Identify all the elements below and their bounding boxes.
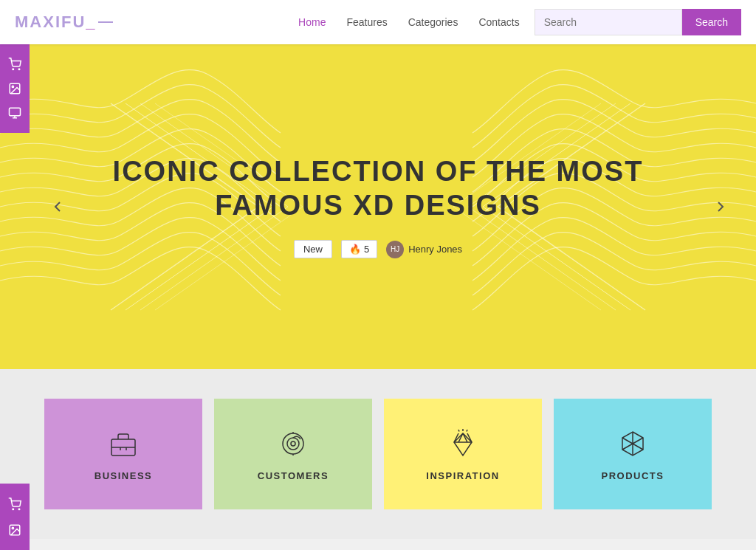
svg-line-34: [633, 444, 643, 450]
hero-prev-arrow[interactable]: [44, 193, 71, 220]
main-nav: Home Features Categories Contacts: [298, 16, 520, 28]
svg-line-31: [622, 438, 633, 444]
author-avatar: HJ: [386, 241, 404, 258]
left-sidebar-top: [0, 44, 30, 133]
header: MAXIFU_ Home Features Categories Contact…: [0, 0, 756, 44]
nav-categories[interactable]: Categories: [408, 16, 458, 28]
search-input[interactable]: [535, 9, 682, 35]
logo-text: MAXIFU: [15, 13, 86, 32]
svg-point-15: [283, 433, 303, 454]
hero-next-arrow[interactable]: [707, 193, 734, 220]
diamond-icon: [447, 427, 479, 460]
svg-point-1: [18, 69, 20, 70]
svg-line-27: [467, 430, 467, 432]
hero-author: HJ Henry Jones: [386, 241, 462, 258]
svg-line-35: [622, 444, 633, 450]
svg-line-28: [458, 430, 459, 432]
search-button[interactable]: Search: [682, 9, 741, 35]
sidebar-cart-icon[interactable]: [0, 52, 30, 76]
sidebar-bottom-cart-icon[interactable]: [0, 491, 30, 517]
search-area: Search: [535, 9, 741, 35]
hero-title: ICONIC COLLECTION OF THE MOST FAMOUS XD …: [113, 155, 644, 222]
nav-contacts[interactable]: Contacts: [478, 16, 519, 28]
categories-section: BUSINESS CUSTOMERS INSPIRATION: [0, 369, 756, 539]
sidebar-image-icon[interactable]: [0, 76, 30, 100]
svg-point-17: [291, 441, 295, 446]
fire-emoji: 🔥: [349, 244, 361, 255]
cube-icon: [616, 427, 649, 460]
nav-features[interactable]: Features: [346, 16, 387, 28]
category-customers-label: CUSTOMERS: [258, 470, 329, 481]
category-inspiration-label: INSPIRATION: [426, 470, 499, 481]
svg-point-16: [287, 438, 299, 450]
svg-point-10: [12, 527, 13, 529]
logo: MAXIFU_: [15, 13, 113, 32]
svg-point-7: [13, 509, 14, 510]
hero-new-tag: New: [294, 240, 332, 258]
briefcase-icon: [107, 427, 140, 460]
category-business[interactable]: BUSINESS: [44, 399, 202, 509]
category-business-label: BUSINESS: [94, 470, 152, 481]
left-sidebar-bottom: [0, 484, 30, 550]
category-products-label: PRODUCTS: [602, 470, 664, 481]
target-icon: [277, 427, 309, 460]
sidebar-monitor-icon[interactable]: [0, 101, 30, 126]
hero-meta: New 🔥 5 HJ Henry Jones: [113, 240, 644, 258]
category-inspiration[interactable]: INSPIRATION: [384, 399, 542, 509]
sidebar-bottom-image-icon[interactable]: [0, 517, 30, 543]
hero-fire-count: 🔥 5: [341, 240, 377, 258]
nav-home[interactable]: Home: [298, 16, 326, 28]
category-customers[interactable]: CUSTOMERS: [214, 399, 372, 509]
svg-point-0: [13, 69, 14, 70]
svg-point-8: [18, 509, 20, 510]
svg-rect-4: [10, 109, 21, 117]
category-products[interactable]: PRODUCTS: [554, 399, 712, 509]
hero-section: ICONIC COLLECTION OF THE MOST FAMOUS XD …: [0, 44, 756, 369]
hero-content: ICONIC COLLECTION OF THE MOST FAMOUS XD …: [113, 155, 644, 258]
svg-line-32: [633, 438, 643, 444]
svg-point-3: [12, 86, 13, 87]
